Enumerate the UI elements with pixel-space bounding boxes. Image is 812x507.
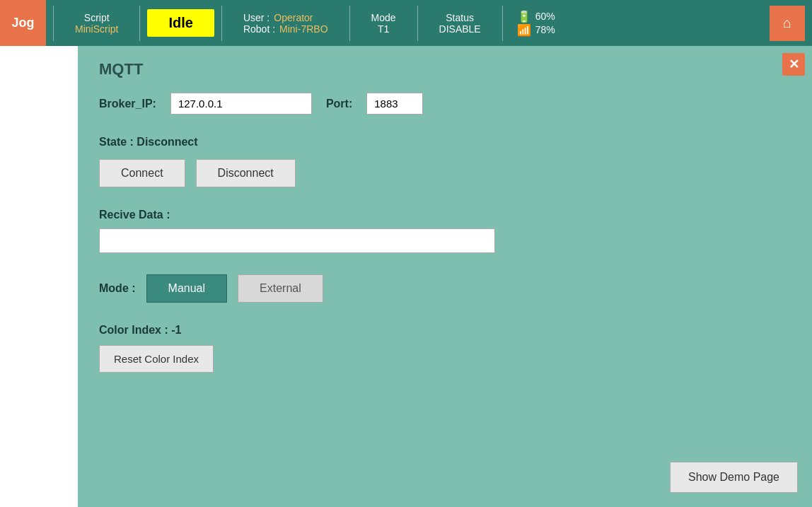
disconnect-button[interactable]: Disconnect	[196, 159, 296, 187]
status-label: Status	[446, 12, 474, 23]
home-button[interactable]: ⌂	[770, 6, 805, 41]
user-section: User : Operator Robot : Mini-7RBO	[229, 12, 342, 35]
robot-label: Robot :	[243, 23, 275, 35]
idle-status: Idle	[147, 9, 214, 37]
main-content: ✕ MQTT Broker_IP: Port: State : Disconne…	[0, 46, 812, 507]
user-value: Operator	[274, 12, 313, 23]
battery2-pct: 78%	[535, 24, 555, 35]
connect-button[interactable]: Connect	[99, 159, 185, 187]
close-button[interactable]: ✕	[782, 53, 805, 76]
mode-row: Mode : Manual External	[99, 274, 791, 303]
reset-color-button[interactable]: Reset Color Index	[99, 345, 214, 373]
port-label: Port:	[326, 98, 352, 110]
jog-button[interactable]: Jog	[0, 0, 46, 46]
robot-value: Mini-7RBO	[279, 23, 327, 35]
divider-4	[349, 6, 350, 41]
battery-section: 🔋 60% 📶 78%	[510, 10, 562, 37]
sidebar	[0, 46, 78, 507]
divider-3	[221, 6, 222, 41]
mode-label: Mode :	[99, 282, 136, 295]
receive-data-label: Recive Data :	[99, 209, 791, 221]
broker-ip-label: Broker_IP:	[99, 98, 156, 110]
broker-row: Broker_IP: Port:	[99, 93, 791, 115]
manual-button[interactable]: Manual	[146, 274, 227, 303]
battery1-pct: 60%	[535, 11, 555, 22]
status-value: DISABLE	[439, 23, 481, 35]
show-demo-button[interactable]: Show Demo Page	[670, 462, 798, 493]
script-label: Script	[84, 12, 110, 23]
divider-5	[417, 6, 418, 41]
color-index-label: Color Index : -1	[99, 324, 791, 337]
mqtt-title: MQTT	[99, 60, 791, 78]
external-button[interactable]: External	[238, 274, 323, 303]
script-section: Script MiniScript	[61, 12, 132, 35]
connect-row: Connect Disconnect	[99, 159, 791, 187]
port-input[interactable]	[366, 93, 423, 115]
user-label: User :	[243, 12, 269, 23]
script-value: MiniScript	[75, 23, 118, 35]
mqtt-panel: ✕ MQTT Broker_IP: Port: State : Disconne…	[78, 46, 812, 507]
broker-ip-input[interactable]	[170, 93, 312, 115]
state-label: State : Disconnect	[99, 136, 791, 148]
divider-1	[53, 6, 54, 41]
signal-icon: 📶	[517, 23, 531, 37]
divider-2	[139, 6, 140, 41]
battery-icon-1: 🔋	[517, 10, 531, 23]
home-section: ⌂	[762, 6, 812, 41]
header: Jog Script MiniScript Idle User : Operat…	[0, 0, 812, 46]
mode-section: Mode T1	[357, 12, 410, 35]
mode-label: Mode	[371, 12, 396, 23]
receive-data-input[interactable]	[99, 228, 495, 253]
mode-value: T1	[378, 23, 389, 35]
status-section: Status DISABLE	[425, 12, 495, 35]
divider-6	[502, 6, 503, 41]
